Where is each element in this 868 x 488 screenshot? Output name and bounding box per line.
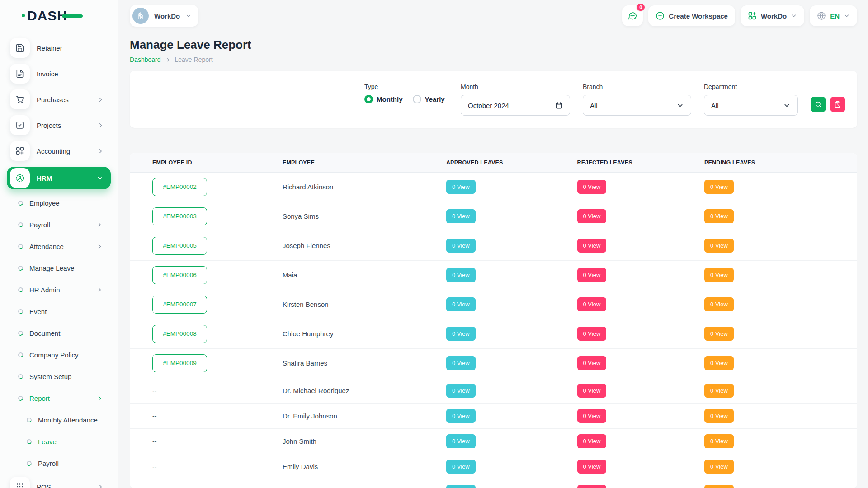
pending-leaves-view-button[interactable]: 0 View <box>704 356 734 370</box>
sidebar-item-hrm[interactable]: HRM <box>7 167 111 189</box>
rejected-leaves-view-button[interactable]: 0 View <box>577 239 607 253</box>
month-date-input[interactable]: October 2024 <box>461 95 570 116</box>
sidebar-item-purchases[interactable]: Purchases <box>0 89 118 109</box>
language-selector[interactable]: EN <box>810 5 857 26</box>
rejected-leaves-view-button[interactable]: 0 View <box>577 180 607 194</box>
chevron-right-icon <box>96 286 103 293</box>
pending-leaves-view-button[interactable]: 0 View <box>704 327 734 341</box>
rejected-leaves-view-button[interactable]: 0 View <box>577 356 607 370</box>
approved-leaves-view-button[interactable]: 0 View <box>446 239 476 253</box>
rejected-leaves-view-button[interactable]: 0 View <box>577 434 607 448</box>
sidebar-subitem-report-payroll[interactable]: Payroll <box>0 455 118 471</box>
sidebar-subitem-label: Leave <box>38 438 57 446</box>
create-workspace-button[interactable]: Create Workspace <box>648 5 735 26</box>
breadcrumb-dashboard-link[interactable]: Dashboard <box>130 56 161 63</box>
rejected-leaves-view-button[interactable]: 0 View <box>577 297 607 311</box>
approved-leaves-view-button[interactable]: 0 View <box>446 209 476 223</box>
topbar: WorkDo 0 Create Workspace WorkDo <box>130 0 857 32</box>
sidebar-subitem-document[interactable]: Document <box>0 325 118 341</box>
approved-leaves-view-button[interactable]: 0 View <box>446 384 476 398</box>
table-row: #EMP00008 Chloe Humphrey 0 View 0 View 0… <box>130 319 857 348</box>
approved-leaves-view-button[interactable]: 0 View <box>446 460 476 474</box>
sidebar-subitem-employee[interactable]: Employee <box>0 195 118 211</box>
sidebar-subitem-label: Monthly Attendance <box>38 416 98 424</box>
employee-id-badge[interactable]: #EMP00005 <box>152 237 207 255</box>
rejected-leaves-view-button[interactable]: 0 View <box>577 384 607 398</box>
pending-leaves-view-button[interactable]: 0 View <box>704 297 734 311</box>
rejected-leaves-view-button[interactable]: 0 View <box>577 209 607 223</box>
sidebar-item-pos[interactable]: POS <box>0 477 118 488</box>
sidebar-item-accounting[interactable]: Accounting <box>0 141 118 161</box>
month-value: October 2024 <box>468 102 509 109</box>
chevron-right-icon <box>165 57 171 63</box>
approved-leaves-view-button[interactable]: 0 View <box>446 434 476 448</box>
sidebar-subitem-monthly-attendance[interactable]: Monthly Attendance <box>0 412 118 428</box>
search-button[interactable] <box>811 97 826 112</box>
workdo-menu-button[interactable]: WorkDo <box>741 5 804 26</box>
pending-leaves-view-button[interactable]: 0 View <box>704 180 734 194</box>
approved-leaves-view-button[interactable]: 0 View <box>446 327 476 341</box>
table-row: #EMP00006 Maia 0 View 0 View 0 View <box>130 260 857 290</box>
sidebar-subitem-company-policy[interactable]: Company Policy <box>0 347 118 363</box>
sidebar-subitem-attendance[interactable]: Attendance <box>0 238 118 254</box>
column-employee: EMPLOYEE <box>283 153 446 172</box>
employee-id-badge[interactable]: #EMP00009 <box>152 354 207 372</box>
check-square-icon <box>10 115 30 135</box>
table-row: -- Dr. Michael Rodriguez 0 View 0 View 0… <box>130 378 857 403</box>
rejected-leaves-view-button[interactable]: 0 View <box>577 268 607 282</box>
approved-leaves-view-button[interactable]: 0 View <box>446 180 476 194</box>
workdo-menu-label: WorkDo <box>761 12 787 20</box>
messenger-button[interactable]: 0 <box>622 5 643 26</box>
employee-name: Joseph Fiennes <box>283 242 330 249</box>
sidebar-subitem-event[interactable]: Event <box>0 303 118 319</box>
approved-leaves-view-button[interactable]: 0 View <box>446 268 476 282</box>
employee-name: John Smith <box>283 437 316 445</box>
pending-leaves-view-button[interactable]: 0 View <box>704 485 734 488</box>
sidebar-item-projects[interactable]: Projects <box>0 115 118 135</box>
approved-leaves-view-button[interactable]: 0 View <box>446 485 476 488</box>
rejected-leaves-view-button[interactable]: 0 View <box>577 327 607 341</box>
radio-monthly[interactable]: Monthly <box>364 95 403 103</box>
sidebar-item-invoice[interactable]: Invoice <box>0 64 118 84</box>
pending-leaves-view-button[interactable]: 0 View <box>704 239 734 253</box>
sidebar-subitem-system-setup[interactable]: System Setup <box>0 368 118 385</box>
sidebar-subitem-hr-admin[interactable]: HR Admin <box>0 282 118 298</box>
rejected-leaves-view-button[interactable]: 0 View <box>577 409 607 423</box>
workspace-switcher[interactable]: WorkDo <box>130 5 198 27</box>
radio-yearly[interactable]: Yearly <box>413 95 445 103</box>
sidebar-item-label: Retainer <box>37 44 62 52</box>
table-row: -- Dr. Emily Johnson 0 View 0 View 0 Vie… <box>130 403 857 428</box>
sidebar-subitem-report[interactable]: Report <box>0 390 118 406</box>
pending-leaves-view-button[interactable]: 0 View <box>704 460 734 474</box>
approved-leaves-view-button[interactable]: 0 View <box>446 297 476 311</box>
bullet-icon <box>17 243 24 249</box>
rejected-leaves-view-button[interactable]: 0 View <box>577 485 607 488</box>
pending-leaves-view-button[interactable]: 0 View <box>704 209 734 223</box>
rejected-leaves-view-button[interactable]: 0 View <box>577 460 607 474</box>
table-row: #EMP00003 Sonya Sims 0 View 0 View 0 Vie… <box>130 202 857 231</box>
sidebar-item-label: Purchases <box>37 96 69 103</box>
employee-id-badge[interactable]: #EMP00003 <box>152 207 207 225</box>
reset-filter-button[interactable] <box>830 97 845 112</box>
employee-id-badge[interactable]: #EMP00008 <box>152 325 207 343</box>
pending-leaves-view-button[interactable]: 0 View <box>704 384 734 398</box>
branch-select[interactable]: All <box>583 95 691 116</box>
sidebar-item-retainer[interactable]: Retainer <box>0 38 118 58</box>
sidebar-subitem-payroll[interactable]: Payroll <box>0 216 118 233</box>
employee-id-badge[interactable]: #EMP00006 <box>152 266 207 284</box>
dash-logo[interactable]: DASH <box>27 8 67 23</box>
chevron-right-icon <box>97 96 104 103</box>
sidebar-subitem-leave[interactable]: Leave <box>0 433 118 450</box>
sidebar-subitem-manage-leave[interactable]: Manage Leave <box>0 260 118 276</box>
approved-leaves-view-button[interactable]: 0 View <box>446 409 476 423</box>
pending-leaves-view-button[interactable]: 0 View <box>704 268 734 282</box>
main-area: WorkDo 0 Create Workspace WorkDo <box>118 0 868 488</box>
approved-leaves-view-button[interactable]: 0 View <box>446 356 476 370</box>
pending-leaves-view-button[interactable]: 0 View <box>704 434 734 448</box>
department-select[interactable]: All <box>704 95 798 116</box>
employee-id-badge[interactable]: #EMP00002 <box>152 178 207 196</box>
hrm-user-dashed-icon <box>10 168 30 188</box>
pending-leaves-view-button[interactable]: 0 View <box>704 409 734 423</box>
employee-id-badge[interactable]: #EMP00007 <box>152 296 207 314</box>
chevron-down-icon <box>791 13 797 19</box>
